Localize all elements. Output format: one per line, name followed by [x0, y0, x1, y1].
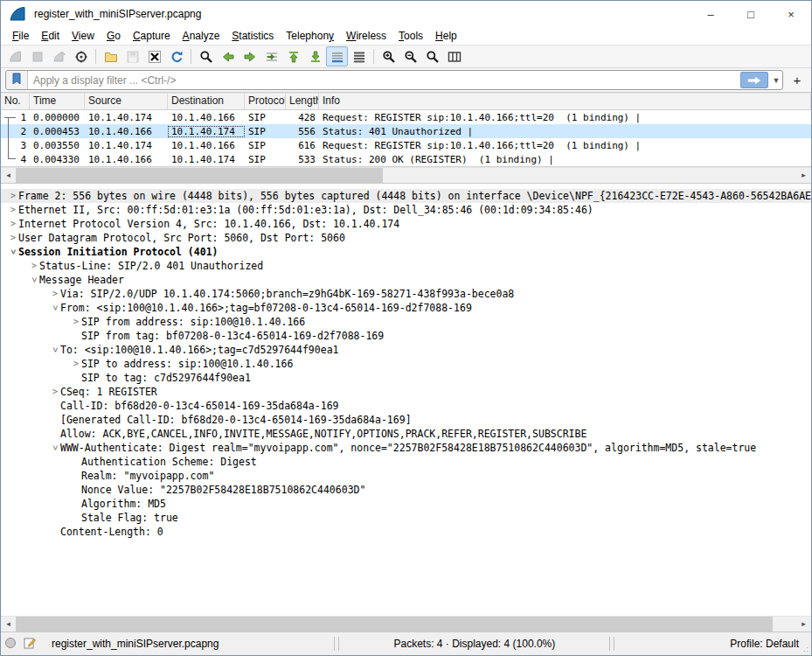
- expander-expanded-icon[interactable]: >: [6, 247, 20, 257]
- apply-filter-button[interactable]: [740, 72, 768, 88]
- column-header-destination[interactable]: Destination: [168, 94, 245, 109]
- tree-item[interactable]: >From: <sip:100@10.1.40.166>;tag=bf07208…: [1, 301, 811, 315]
- tree-item[interactable]: >Status-Line: SIP/2.0 401 Unauthorized: [1, 259, 811, 273]
- menu-edit[interactable]: Edit: [35, 28, 66, 44]
- expander-expanded-icon[interactable]: >: [48, 345, 62, 355]
- scrollbar-track[interactable]: [16, 168, 796, 183]
- scroll-left-icon[interactable]: ◂: [1, 168, 16, 183]
- column-header-time[interactable]: Time: [30, 94, 85, 109]
- tree-item[interactable]: Stale Flag: true: [1, 511, 811, 525]
- add-filter-button[interactable]: +: [788, 71, 807, 89]
- expander-collapsed-icon[interactable]: >: [8, 203, 18, 217]
- zoom-out-button[interactable]: [399, 46, 421, 66]
- resize-grip[interactable]: .:: [803, 645, 809, 653]
- tree-item[interactable]: >Via: SIP/2.0/UDP 10.1.40.174:5060;branc…: [1, 287, 811, 301]
- menu-file[interactable]: File: [6, 28, 35, 44]
- zoom-original-button[interactable]: [421, 46, 443, 66]
- detail-hscrollbar[interactable]: ◂ ▸: [1, 616, 811, 632]
- tree-item[interactable]: >Message Header: [1, 273, 811, 287]
- scroll-right-icon[interactable]: ▸: [796, 617, 811, 632]
- column-header-info[interactable]: Info: [319, 94, 811, 109]
- menu-tools[interactable]: Tools: [392, 28, 429, 44]
- expander-collapsed-icon[interactable]: >: [50, 287, 60, 301]
- display-filter-input[interactable]: [28, 74, 740, 87]
- filter-dropdown-button[interactable]: ▼: [770, 71, 782, 89]
- packet-list-hscrollbar[interactable]: ◂ ▸: [1, 167, 811, 183]
- tree-item[interactable]: >CSeq: 1 REGISTER: [1, 385, 811, 399]
- minimize-button[interactable]: –: [691, 1, 731, 27]
- scroll-right-icon[interactable]: ▸: [796, 168, 811, 183]
- expander-collapsed-icon[interactable]: >: [8, 217, 18, 231]
- menu-go[interactable]: Go: [101, 28, 127, 44]
- maximize-button[interactable]: □: [731, 1, 771, 27]
- expander-collapsed-icon[interactable]: >: [29, 259, 39, 273]
- reload-file-button[interactable]: [165, 46, 187, 66]
- profile-selector[interactable]: Profile: Default: [730, 638, 799, 650]
- go-forward-button[interactable]: [239, 46, 260, 66]
- find-packet-button[interactable]: [195, 46, 217, 66]
- close-button[interactable]: ×: [771, 1, 811, 27]
- expert-info-button[interactable]: [1, 637, 20, 652]
- packet-row[interactable]: 40.00433010.1.40.16610.1.40.174SIP533Sta…: [1, 152, 811, 166]
- tree-item[interactable]: >Internet Protocol Version 4, Src: 10.1.…: [1, 217, 811, 231]
- scrollbar-track[interactable]: [16, 617, 796, 632]
- capture-options-button[interactable]: [70, 46, 92, 66]
- packet-row[interactable]: 20.00045310.1.40.16610.1.40.174SIP556Sta…: [1, 124, 811, 138]
- tree-item[interactable]: >User Datagram Protocol, Src Port: 5060,…: [1, 231, 811, 245]
- menu-capture[interactable]: Capture: [127, 28, 177, 44]
- menu-help[interactable]: Help: [429, 28, 463, 44]
- tree-item[interactable]: Algorithm: MD5: [1, 497, 811, 511]
- tree-item[interactable]: [Generated Call-ID: bf68d20-0-13c4-65014…: [1, 413, 811, 427]
- menu-wireless[interactable]: Wireless: [340, 28, 392, 44]
- expander-collapsed-icon[interactable]: >: [8, 231, 18, 245]
- capture-comment-button[interactable]: [20, 637, 39, 652]
- close-file-button[interactable]: [143, 46, 165, 66]
- tree-item[interactable]: Allow: ACK,BYE,CANCEL,INFO,INVITE,MESSAG…: [1, 427, 811, 441]
- tree-item[interactable]: >SIP from address: sip:100@10.1.40.166: [1, 315, 811, 329]
- column-header-source[interactable]: Source: [85, 94, 168, 109]
- go-to-last-button[interactable]: [304, 46, 326, 66]
- scroll-left-icon[interactable]: ◂: [1, 617, 16, 632]
- menu-analyze[interactable]: Analyze: [177, 28, 226, 44]
- expander-expanded-icon[interactable]: >: [48, 303, 62, 313]
- auto-scroll-button[interactable]: [326, 46, 348, 66]
- tree-item[interactable]: Content-Length: 0: [1, 525, 811, 539]
- tree-item[interactable]: >WWW-Authenticate: Digest realm="myvoipa…: [1, 441, 811, 455]
- tree-item[interactable]: Nonce Value: "2257B02F58428E18B7510862C4…: [1, 483, 811, 497]
- tree-item[interactable]: >Session Initiation Protocol (401): [1, 245, 811, 259]
- tree-item[interactable]: Realm: "myvoipapp.com": [1, 469, 811, 483]
- go-to-first-button[interactable]: [282, 46, 304, 66]
- expander-expanded-icon[interactable]: >: [48, 443, 62, 453]
- tree-item[interactable]: >Ethernet II, Src: 00:ff:5d:01:e3:1a (00…: [1, 203, 811, 217]
- tree-item[interactable]: >Frame 2: 556 bytes on wire (4448 bits),…: [1, 189, 811, 203]
- tree-item[interactable]: SIP to tag: c7d5297644f90ea1: [1, 371, 811, 385]
- resize-columns-button[interactable]: [443, 46, 465, 66]
- expander-collapsed-icon[interactable]: >: [71, 357, 81, 371]
- colorize-button[interactable]: [348, 46, 370, 66]
- expander-expanded-icon[interactable]: >: [27, 275, 41, 285]
- expander-collapsed-icon[interactable]: >: [71, 315, 81, 329]
- column-header-length[interactable]: Length: [286, 94, 319, 109]
- expander-collapsed-icon[interactable]: >: [50, 385, 60, 399]
- tree-item[interactable]: Authentication Scheme: Digest: [1, 455, 811, 469]
- expander-collapsed-icon[interactable]: >: [8, 189, 18, 203]
- tree-item[interactable]: >SIP to address: sip:100@10.1.40.166: [1, 357, 811, 371]
- tree-item[interactable]: Call-ID: bf68d20-0-13c4-65014-169-35da68…: [1, 399, 811, 413]
- zoom-in-button[interactable]: [378, 46, 399, 66]
- column-header-protocol[interactable]: Protocol: [245, 94, 286, 109]
- tree-item[interactable]: >To: <sip:100@10.1.40.166>;tag=c7d529764…: [1, 343, 811, 357]
- open-file-button[interactable]: [100, 46, 121, 66]
- menu-statistics[interactable]: Statistics: [226, 28, 280, 44]
- go-to-packet-button[interactable]: [260, 46, 282, 66]
- menu-view[interactable]: View: [66, 28, 101, 44]
- go-back-button[interactable]: [217, 46, 239, 66]
- tree-item[interactable]: SIP from tag: bf07208-0-13c4-65014-169-d…: [1, 329, 811, 343]
- scrollbar-thumb[interactable]: [16, 168, 383, 183]
- packet-row[interactable]: 10.00000010.1.40.17410.1.40.166SIP428Req…: [1, 110, 811, 124]
- packet-row[interactable]: 30.00355010.1.40.17410.1.40.166SIP616Req…: [1, 138, 811, 152]
- column-header-no[interactable]: No.: [1, 94, 30, 109]
- statusbar-filename: register_with_miniSIPserver.pcapng: [52, 638, 219, 650]
- scrollbar-thumb[interactable]: [16, 617, 773, 632]
- filter-bookmark-button[interactable]: [6, 71, 28, 89]
- menu-telephony[interactable]: Telephony: [280, 28, 340, 44]
